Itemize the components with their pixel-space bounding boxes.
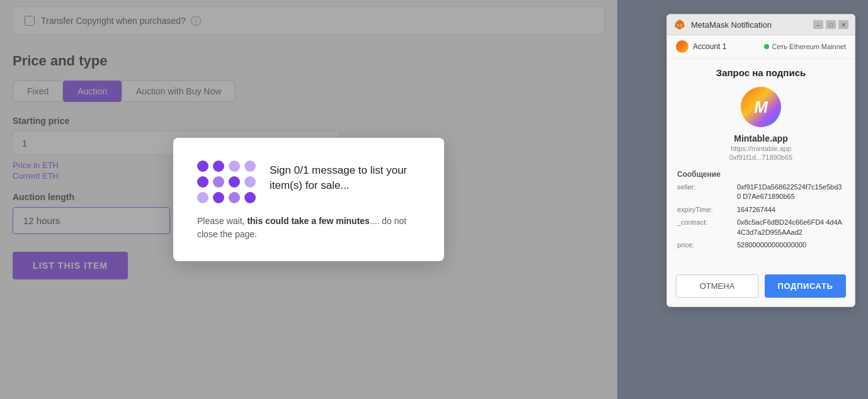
mm-message-section: Сообщение seller: 0xf91F1Da568622524f7c1… (677, 170, 845, 253)
dot-6 (213, 176, 224, 188)
mm-restore-button[interactable]: □ (826, 20, 836, 29)
mm-msg-row-price: price: 528000000000000000 (677, 240, 845, 250)
dot-3 (229, 160, 240, 172)
dot-1 (197, 160, 208, 172)
mm-msg-val-price: 528000000000000000 (737, 240, 806, 250)
mm-title-text: MetaMask Notification (691, 20, 772, 30)
mm-msg-val-expiry: 1647267444 (737, 205, 775, 215)
mm-close-button[interactable]: ✕ (838, 20, 848, 29)
mm-msg-label: Сообщение (677, 170, 845, 179)
mm-minimize-button[interactable]: – (813, 20, 823, 29)
metamask-fox-icon (673, 18, 686, 31)
dot-8 (244, 176, 256, 188)
svg-point-7 (681, 25, 682, 26)
mm-msg-key-price: price: (677, 240, 737, 250)
modal-sign-text: Sign 0/1 message to list your item(s) fo… (270, 163, 420, 193)
dot-11 (229, 192, 240, 203)
mm-titlebar: MetaMask Notification – □ ✕ (667, 14, 855, 35)
modal-text-block: Sign 0/1 message to list your item(s) fo… (270, 160, 420, 197)
svg-point-6 (678, 25, 679, 26)
modal-wait-prefix: Please wait, (197, 216, 247, 226)
mm-network-dot (764, 44, 769, 49)
mm-msg-key-seller: seller: (677, 183, 737, 202)
mm-request-title: Запрос на подпись (716, 67, 806, 78)
metamask-panel: MetaMask Notification – □ ✕ Account 1 Се… (666, 14, 855, 307)
mm-logo-circle: M (741, 87, 781, 127)
mm-msg-row-contract: _contract: 0x8c5acF6dBD24c66e6FD4 4d4A4C… (677, 218, 845, 237)
mm-msg-val-seller: 0xf91F1Da568622524f7c15e5bd30 D7Ae671890… (737, 183, 845, 202)
dot-10 (213, 192, 224, 203)
mm-network-right: Сеть Ethereum Mainnet (764, 43, 846, 50)
mm-account-left: Account 1 (676, 40, 726, 53)
mm-msg-key-contract: _contract: (677, 218, 737, 237)
modal-overlay: Sign 0/1 message to list your item(s) fo… (0, 0, 617, 399)
mm-cancel-button[interactable]: ОТМЕНА (676, 274, 758, 298)
mm-site-addr: 0xf91f1d...71890b65 (729, 154, 792, 161)
dot-4 (244, 160, 256, 172)
mm-title-left: MetaMask Notification (673, 18, 772, 31)
mm-account-bar: Account 1 Сеть Ethereum Mainnet (667, 35, 855, 59)
modal-wait-text: Please wait, this could take a few minut… (197, 215, 420, 241)
mm-body: Запрос на подпись M Mintable.app https:/… (667, 59, 855, 268)
mm-msg-val-contract: 0x8c5acF6dBD24c66e6FD4 4d4A4C3d7a2D955AA… (737, 218, 845, 237)
loader-dots (197, 160, 256, 203)
mm-account-avatar (676, 40, 688, 53)
mm-msg-row-seller: seller: 0xf91F1Da568622524f7c15e5bd30 D7… (677, 183, 845, 202)
dot-7 (229, 176, 240, 188)
modal-wait-bold: this could take a few minutes (247, 216, 370, 226)
dot-2 (213, 160, 224, 172)
mm-msg-key-expiry: expiryTime: (677, 205, 737, 215)
dot-5 (197, 176, 208, 188)
mm-site-name: Mintable.app (734, 133, 788, 143)
modal-content-row: Sign 0/1 message to list your item(s) fo… (197, 160, 420, 203)
mm-account-name: Account 1 (693, 42, 726, 51)
dot-9 (197, 192, 208, 203)
mm-network-name: Сеть Ethereum Mainnet (772, 43, 846, 50)
modal-box: Sign 0/1 message to list your item(s) fo… (173, 138, 444, 261)
mm-window-controls: – □ ✕ (813, 20, 848, 29)
mm-sign-button[interactable]: ПОДПИСАТЬ (765, 274, 846, 298)
dot-12 (244, 192, 256, 203)
mm-logo-letter: M (754, 98, 768, 117)
mm-msg-row-expiry: expiryTime: 1647267444 (677, 205, 845, 215)
mm-site-url: https://mintable.app (731, 145, 791, 152)
mm-footer: ОТМЕНА ПОДПИСАТЬ (667, 268, 855, 306)
